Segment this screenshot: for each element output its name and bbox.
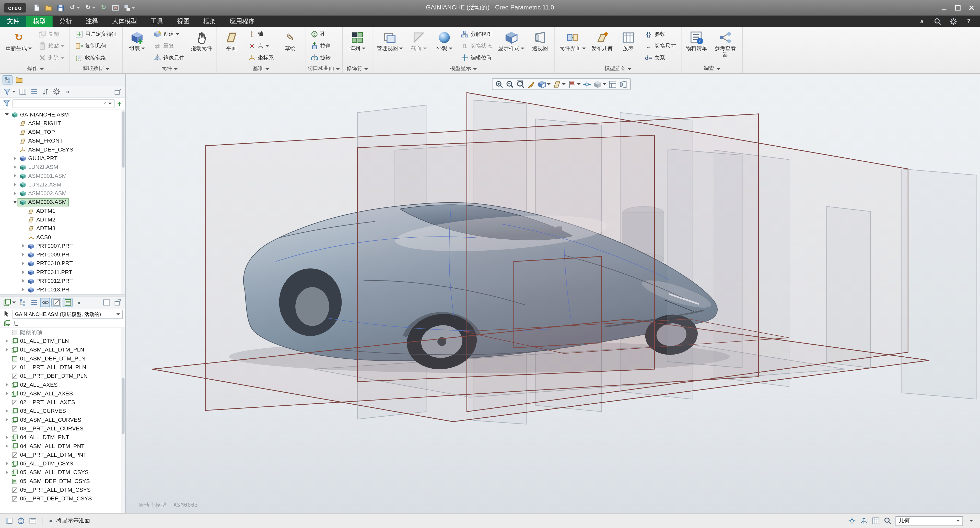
layer-columns-button[interactable] (102, 298, 111, 307)
ribbon-tab-manikin[interactable]: 人体模型 (105, 16, 144, 27)
expand-arrow-icon[interactable] (5, 348, 8, 352)
expand-arrow-icon[interactable] (5, 436, 8, 439)
layer-tree-row[interactable]: 05_ALL_DTM_CSYS (0, 459, 125, 468)
collapse-arrow-icon[interactable] (5, 113, 8, 116)
layer-tree-row[interactable]: 01_ALL_DTM_PLN (0, 337, 125, 345)
maximize-button[interactable] (952, 3, 963, 12)
undo-button[interactable]: ↺ (67, 3, 81, 12)
layer-tree-row[interactable]: 02__PRT_ALL_AXES (0, 398, 125, 407)
assemble-button[interactable]: 组装 (125, 28, 149, 52)
model-tree-row[interactable]: ACS0 (0, 233, 125, 242)
selection-filter-combo[interactable]: 几何 (896, 516, 963, 526)
expand-arrow-icon[interactable] (22, 253, 24, 256)
hole-button[interactable]: 孔 (308, 28, 333, 40)
selection-grid-button[interactable] (870, 516, 880, 526)
show-navigator-button[interactable] (4, 516, 14, 526)
model-tree-filter-input[interactable] (15, 100, 102, 107)
layer-filters-button[interactable] (3, 298, 16, 307)
ribbon-group-label-operations[interactable]: 操作 (4, 64, 67, 73)
layer-tree-row[interactable]: 04_ASM_ALL_DTM_PNT (0, 442, 125, 450)
filter-dropdown-caret[interactable] (108, 103, 112, 105)
expand-arrow-icon[interactable] (14, 156, 16, 160)
expand-arrow-icon[interactable] (5, 444, 8, 448)
layer-tree-row[interactable]: 05_ASM_DEF_DTM_CSYS (0, 477, 125, 485)
add-filter-button[interactable]: + (116, 100, 123, 107)
model-tree-scrollbar[interactable] (121, 110, 125, 294)
ribbon-tab-analysis[interactable]: 分析 (52, 16, 79, 27)
expand-arrow-icon[interactable] (5, 471, 8, 474)
layer-tree-row[interactable]: 01__PRT_ALL_DTM_PLN (0, 363, 125, 371)
layer-tree-scrollbar[interactable] (121, 328, 125, 513)
reference-viewer-button[interactable]: 参考查看器 (711, 28, 740, 59)
model-tree-row[interactable]: PRT0009.PRT (0, 250, 125, 259)
regenerate-quick-button[interactable]: ↻ (99, 3, 109, 12)
udf-button[interactable]: 用户定义特征 (73, 28, 119, 40)
point-button[interactable]: 点 (245, 40, 276, 52)
collapse-arrow-icon[interactable] (13, 201, 17, 204)
layer-tree-row[interactable]: 01_ASM_DEF_DTM_PLN (0, 354, 125, 363)
create-component-button[interactable]: 创建 (151, 28, 187, 40)
ribbon-group-label-model-intent[interactable]: 模型意图 (558, 64, 679, 73)
layer-tree-view-button[interactable] (18, 298, 28, 307)
layer-tree-row[interactable]: 隐藏的项 (0, 328, 125, 336)
ribbon-tab-model[interactable]: 模型 (26, 16, 52, 27)
model-tree-row[interactable]: ASM_TOP (0, 128, 125, 137)
ribbon-group-label-component[interactable]: 元件 (125, 64, 214, 73)
show-hidden-layers-button[interactable] (40, 298, 50, 307)
expand-arrow-icon[interactable] (5, 383, 8, 387)
select-window-button[interactable] (122, 3, 137, 12)
expand-arrow-icon[interactable] (22, 270, 24, 274)
layer-tree-row[interactable]: 04_ALL_DTM_PNT (0, 433, 125, 442)
help-button[interactable]: ? (964, 17, 974, 26)
spin-center-button[interactable] (582, 80, 592, 89)
layer-tree-row[interactable]: 03_ASM_ALL_CURVES (0, 415, 125, 424)
layer-tree-row[interactable]: 05__PRT_DEF_DTM_CSYS (0, 494, 125, 503)
model-tree-row[interactable]: PRT0010.PRT (0, 259, 125, 268)
datum-display-button[interactable] (552, 80, 566, 89)
save-button[interactable] (55, 3, 66, 12)
message-log-button[interactable] (28, 516, 38, 526)
expand-arrow-icon[interactable] (22, 279, 24, 283)
expand-arrow-icon[interactable] (5, 461, 8, 465)
display-style-view-button[interactable] (537, 80, 551, 89)
view-manager-button[interactable] (608, 80, 617, 89)
expand-arrow-icon[interactable] (22, 244, 24, 248)
expand-arrow-icon[interactable] (14, 191, 16, 195)
layer-tree-row[interactable]: 02_ALL_AXES (0, 380, 125, 389)
revolve-button[interactable]: 旋转 (308, 52, 333, 64)
close-window-button[interactable] (110, 3, 121, 12)
ribbon-tab-framework[interactable]: 框架 (196, 16, 223, 27)
ribbon-group-label-modifiers[interactable]: 修饰符 (345, 64, 369, 73)
model-tree-row[interactable]: ASM0002.ASM (0, 189, 125, 198)
model-tree-row[interactable]: LUNZI2.ASM (0, 180, 125, 189)
expand-arrow-icon[interactable] (14, 183, 16, 186)
copy-geometry-button[interactable]: 复制几何 (73, 40, 119, 52)
mirror-component-button[interactable]: 镜像元件 (151, 52, 187, 64)
show-layer-status-button[interactable] (63, 298, 73, 307)
layer-tree-row[interactable]: 03__PRT_ALL_CURVES (0, 424, 125, 433)
copy-button[interactable]: 复制 (36, 28, 67, 40)
model-tree-row[interactable]: ASM_RIGHT (0, 119, 125, 127)
model-tree-row[interactable]: GUJIA.PRT (0, 154, 125, 162)
tree-sort-button[interactable] (40, 87, 50, 96)
panel-splitter[interactable] (0, 294, 125, 297)
switch-dims-button[interactable]: ↔切换尺寸 (642, 40, 678, 52)
publish-geometry-button[interactable]: 发布几何 (589, 28, 614, 52)
paste-button[interactable]: 粘贴 (36, 40, 67, 52)
graphics-viewport[interactable] (126, 74, 980, 513)
layer-more-button[interactable]: » (74, 298, 84, 307)
model-tree-row[interactable]: ASM0003.ASM (0, 198, 125, 207)
expand-arrow-icon[interactable] (5, 339, 8, 343)
extrude-button[interactable]: 拉伸 (308, 40, 333, 52)
csys-button[interactable]: 坐标系 (245, 52, 276, 64)
bom-button[interactable]: i物料清单 (684, 28, 709, 52)
layer-tree-row[interactable]: 03_ALL_CURVES (0, 407, 125, 415)
ribbon-tab-view[interactable]: 视图 (170, 16, 196, 27)
model-tree-row[interactable]: PRT0011.PRT (0, 268, 125, 277)
pattern-button[interactable]: 阵列 (345, 28, 369, 52)
model-tree-row[interactable]: ADTM2 (0, 215, 125, 224)
exploded-view-button[interactable]: 分解视图 (458, 28, 494, 40)
component-interface-button[interactable]: 元件界面 (558, 28, 588, 52)
ribbon-group-label-model-display[interactable]: 模型显示 (375, 64, 552, 73)
tree-more-button[interactable]: » (63, 87, 73, 96)
